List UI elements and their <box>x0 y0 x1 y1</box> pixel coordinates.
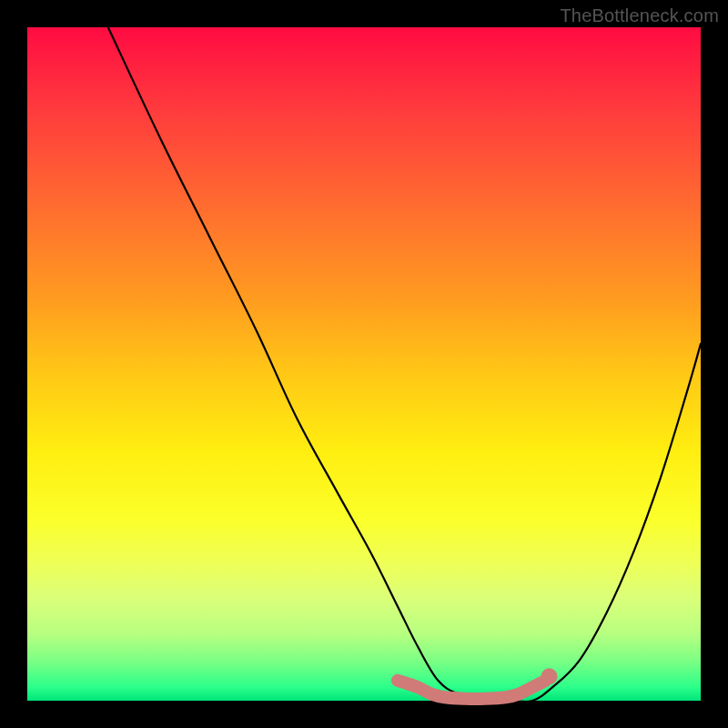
curve-layer <box>27 27 701 701</box>
valley-highlight-path <box>398 681 546 699</box>
valley-highlight-dot <box>541 668 558 684</box>
watermark-text: TheBottleneck.com <box>560 5 719 26</box>
plot-area <box>27 27 701 701</box>
chart-frame: TheBottleneck.com <box>0 0 728 728</box>
bottleneck-curve-path <box>108 27 701 702</box>
